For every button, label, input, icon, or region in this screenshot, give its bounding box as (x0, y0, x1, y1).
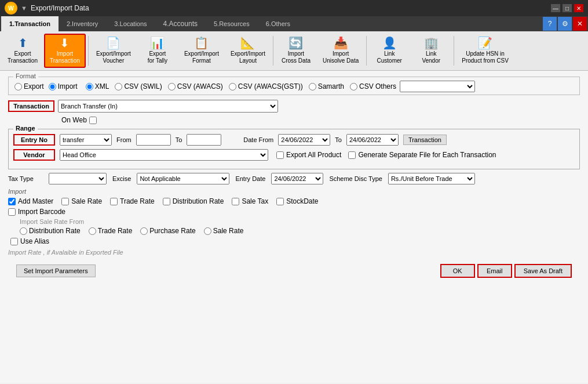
stock-date-label[interactable]: StockDate (276, 197, 318, 205)
sale-rate-label[interactable]: Sale Rate (61, 197, 102, 205)
use-alias-row: Use Alias (8, 237, 580, 245)
export-import-format-button[interactable]: 📋 Export/ImportFormat (179, 34, 224, 68)
save-as-draft-button[interactable]: Save As Draft (514, 264, 572, 278)
dist-rate-radio-label[interactable]: Distribution Rate (20, 227, 81, 235)
export-transaction-button[interactable]: ⬆ ExportTransaction (2, 34, 43, 68)
transaction-range-button[interactable]: Transaction (403, 135, 447, 145)
exit-button[interactable]: ✕ (573, 17, 587, 31)
set-import-parameters-button[interactable]: Set Import Parameters (16, 265, 96, 277)
add-master-checkbox[interactable] (8, 198, 16, 205)
export-all-product-checkbox[interactable] (276, 151, 284, 159)
nav-tab-locations[interactable]: 3.Locations (106, 16, 155, 31)
format-select[interactable] (400, 81, 475, 92)
csv-swil-radio[interactable] (115, 83, 122, 90)
generate-separate-file-label[interactable]: Generate Separate File for Each Transact… (348, 151, 496, 159)
nav-tab-transaction[interactable]: 1.Transaction (1, 16, 59, 31)
samarth-radio[interactable] (309, 83, 316, 90)
tally-icon: 📊 (150, 37, 165, 49)
export-all-product-label[interactable]: Export All Product (276, 151, 341, 159)
to-input[interactable] (187, 134, 221, 146)
export-transaction-icon: ⬆ (18, 37, 28, 49)
import-rate-note: Import Rate , if Avalaible in Exported F… (8, 249, 580, 256)
scheme-disc-select[interactable]: Rs./Unit Before Trade (388, 173, 475, 184)
sale-tax-checkbox[interactable] (232, 198, 239, 205)
trade-rate-label[interactable]: Trade Rate (110, 197, 155, 205)
format-section-label: Format (13, 73, 38, 79)
range-group: Range Entry No transfer From To Date Fro… (8, 129, 580, 169)
distribution-rate-label[interactable]: Distribution Rate (163, 197, 224, 205)
nav-tab-inventory[interactable]: 2.Inventory (59, 16, 106, 31)
entry-no-select[interactable]: transfer (60, 134, 112, 146)
xml-radio-label[interactable]: XML (86, 82, 109, 90)
nav-tab-resources[interactable]: 5.Resources (206, 16, 258, 31)
maximize-button[interactable]: □ (563, 4, 572, 12)
transaction-select[interactable]: Branch Transfer (In) (58, 100, 278, 113)
minimize-button[interactable]: — (551, 4, 560, 12)
from-input[interactable] (136, 134, 171, 146)
stock-date-checkbox[interactable] (276, 198, 284, 205)
import-cross-data-button[interactable]: 🔄 ImportCross Data (276, 34, 316, 68)
excise-select[interactable]: Not Applicable (137, 173, 229, 184)
export-radio[interactable] (14, 83, 22, 90)
entry-date-label: Entry Date (235, 175, 265, 182)
csv-awacs-gst-radio[interactable] (229, 83, 236, 90)
purchase-rate-radio[interactable] (140, 227, 148, 235)
trade-rate-radio-label[interactable]: Trade Rate (89, 227, 133, 235)
on-web-checkbox[interactable] (89, 117, 97, 124)
sale-rate-checkbox[interactable] (61, 198, 69, 205)
import-barcode-checkbox[interactable] (8, 208, 16, 216)
generate-separate-file-checkbox[interactable] (348, 151, 356, 159)
import-section: Import Add Master Sale Rate Trade Rate D… (8, 188, 580, 216)
export-import-voucher-button[interactable]: 📄 Export/ImportVoucher (91, 34, 136, 68)
import-radio-label[interactable]: Import (49, 82, 78, 90)
dist-rate-radio[interactable] (20, 227, 27, 235)
customer-icon: 👤 (382, 37, 397, 49)
date-from-select[interactable]: 24/06/2022 (278, 134, 330, 146)
csv-others-radio-label[interactable]: CSV Others (350, 82, 396, 90)
import-unisolve-button[interactable]: 📥 ImportUnisolve Data (317, 34, 364, 68)
format-icon: 📋 (194, 37, 209, 49)
export-radio-label[interactable]: Export (14, 82, 44, 90)
entry-date-select[interactable]: 24/06/2022 (271, 173, 323, 184)
import-transaction-button[interactable]: ⬇ ImportTransaction (44, 34, 86, 68)
csv-awacs-radio-label[interactable]: CSV (AWACS) (168, 82, 223, 90)
purchase-rate-radio-label[interactable]: Purchase Rate (140, 227, 195, 235)
csv-others-radio[interactable] (350, 83, 357, 90)
date-to-select[interactable]: 24/06/2022 (346, 134, 399, 146)
separator-4 (454, 36, 454, 66)
date-from-label: Date From (243, 136, 273, 143)
csv-swil-radio-label[interactable]: CSV (SWIL) (115, 82, 162, 90)
distribution-rate-checkbox[interactable] (163, 198, 170, 205)
link-vendor-button[interactable]: 🏢 LinkVendor (411, 34, 451, 68)
import-barcode-label[interactable]: Import Barcode (8, 208, 65, 216)
nav-tab-accounts[interactable]: 4.Accounts (155, 16, 206, 31)
export-import-layout-button[interactable]: 📐 Export/ImportLayout (225, 34, 271, 68)
samarth-radio-label[interactable]: Samarth (309, 82, 344, 90)
vendor-select[interactable]: Head Office (60, 149, 268, 161)
csv-awacs-gst-radio-label[interactable]: CSV (AWACS(GST)) (229, 82, 303, 90)
use-alias-checkbox[interactable] (10, 238, 18, 245)
trade-rate-checkbox[interactable] (110, 198, 118, 205)
close-button[interactable]: ✕ (574, 4, 583, 12)
email-button[interactable]: Email (477, 264, 512, 278)
update-hsn-button[interactable]: 📝 Update HSN inProduct from CSV (456, 34, 514, 68)
link-customer-button[interactable]: 👤 LinkCustomer (369, 34, 410, 68)
sale-rate-radio-label[interactable]: Sale Rate (204, 227, 244, 235)
import-radio[interactable] (49, 83, 56, 90)
use-alias-label[interactable]: Use Alias (10, 237, 49, 245)
settings-button[interactable]: ⚙ (558, 17, 572, 31)
csv-awacs-radio[interactable] (168, 83, 176, 90)
sale-rate-radio[interactable] (204, 227, 211, 235)
add-master-label[interactable]: Add Master (8, 197, 53, 205)
help-button[interactable]: ? (543, 17, 557, 31)
on-web-label[interactable]: On Web (61, 116, 97, 124)
ok-button[interactable]: OK (440, 264, 475, 278)
sale-tax-label[interactable]: Sale Tax (232, 197, 268, 205)
xml-radio[interactable] (86, 83, 93, 90)
export-tally-button[interactable]: 📊 Exportfor Tally (137, 34, 178, 68)
title-bar-title: Export/Import Data (31, 4, 89, 12)
trade-rate-radio[interactable] (89, 227, 96, 235)
nav-tab-others[interactable]: 6.Others (258, 16, 298, 31)
cross-data-icon: 🔄 (288, 37, 303, 49)
tax-type-select[interactable] (49, 173, 107, 184)
